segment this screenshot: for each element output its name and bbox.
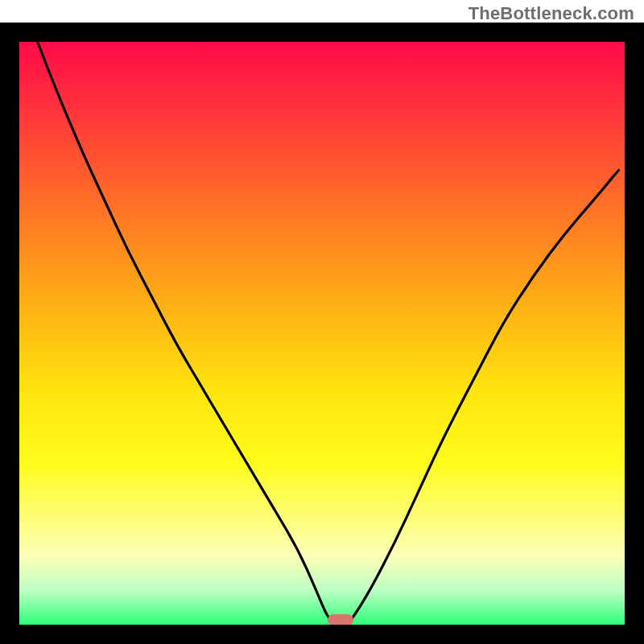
bottleneck-curve [19,42,625,625]
curve-path [38,42,619,625]
optimal-point-marker [328,614,353,625]
plot-area [19,42,625,625]
watermark-text: TheBottleneck.com [469,3,634,24]
